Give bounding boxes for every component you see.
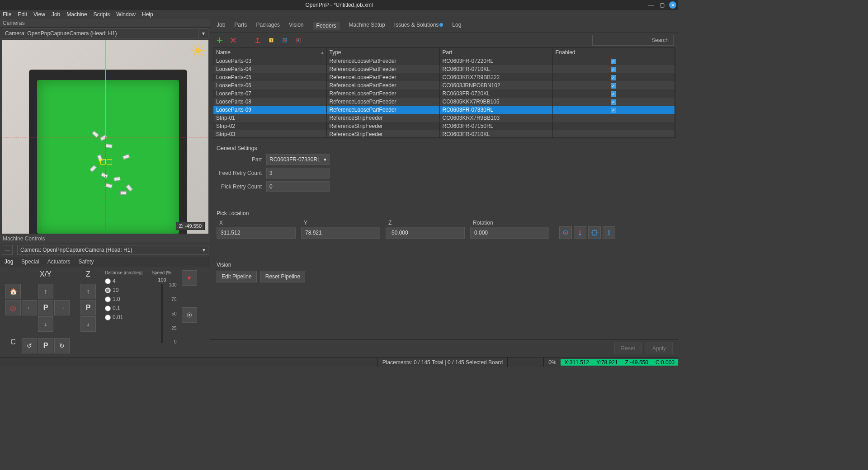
table-row[interactable]: LooseParts-09ReferenceLoosePartFeederRC0…: [213, 106, 675, 114]
svg-line-8: [201, 46, 203, 47]
dist-10[interactable]: 10: [105, 287, 142, 293]
window-title: OpenPnP - *Untitled.job.xml: [305, 2, 373, 8]
jog-x-plus[interactable]: →: [54, 300, 70, 315]
titlebar: OpenPnP - *Untitled.job.xml — ▢ ✕: [0, 0, 678, 10]
move-tool-icon[interactable]: [293, 35, 303, 45]
feeder-table[interactable]: Name▴ Type Part Enabled LooseParts-03Ref…: [213, 47, 675, 138]
jog-c-cw[interactable]: ↻: [54, 338, 70, 353]
table-row[interactable]: Strip-02ReferenceStripFeederRC0603FR-071…: [213, 122, 675, 130]
maximize-icon[interactable]: ▢: [658, 1, 665, 9]
menu-view[interactable]: View: [33, 11, 45, 18]
chevron-down-icon[interactable]: ▾: [198, 29, 208, 38]
jog-z-plus[interactable]: ↑: [80, 284, 96, 299]
tab-parts[interactable]: Parts: [234, 22, 247, 30]
jog-x-minus[interactable]: ←: [22, 300, 37, 315]
col-name[interactable]: Name▴: [213, 48, 326, 57]
tab-feeders[interactable]: Feeders: [313, 22, 340, 30]
table-row[interactable]: LooseParts-08ReferenceLoosePartFeederCC0…: [213, 98, 675, 106]
discard-button[interactable]: ▼: [182, 270, 197, 286]
move-camera-to-icon[interactable]: [588, 226, 601, 239]
table-row[interactable]: LooseParts-05ReferenceLoosePartFeederCC0…: [213, 73, 675, 81]
tab-machine-setup[interactable]: Machine Setup: [349, 22, 385, 30]
mc-tab-jog[interactable]: Jog: [5, 258, 13, 265]
mc-tab-special[interactable]: Special: [21, 258, 39, 265]
vision-title: Vision: [217, 262, 672, 268]
dist-01[interactable]: 0.1: [105, 305, 142, 311]
search-input[interactable]: Search: [592, 35, 674, 46]
menu-scripts[interactable]: Scripts: [94, 11, 110, 18]
pick-y-input[interactable]: [301, 227, 380, 239]
home-button[interactable]: 🏠: [5, 284, 21, 299]
minimize-icon[interactable]: —: [647, 1, 655, 9]
status-pct: 0%: [543, 357, 561, 367]
part-select[interactable]: RC0603FR-07330RL▾: [266, 154, 330, 165]
dist-001[interactable]: 0.01: [105, 314, 142, 320]
menu-machine[interactable]: Machine: [66, 11, 87, 18]
mc-tab-actuators[interactable]: Actuators: [47, 258, 71, 265]
pick-icon[interactable]: [266, 35, 276, 45]
dist-1[interactable]: 1.0: [105, 296, 142, 302]
target-button[interactable]: [182, 307, 197, 323]
pick-z-input[interactable]: [386, 227, 465, 239]
table-row[interactable]: LooseParts-03ReferenceLoosePartFeederRC0…: [213, 57, 675, 65]
camera-view[interactable]: Z: -49.550: [2, 40, 208, 234]
tab-vision[interactable]: Vision: [289, 22, 303, 30]
table-row[interactable]: Strip-03ReferenceStripFeederRC0603FR-071…: [213, 130, 675, 138]
mc-tab-safety[interactable]: Safety: [78, 258, 94, 265]
mc-power-off[interactable]: —: [2, 245, 13, 255]
stop-button[interactable]: ◎: [5, 300, 21, 315]
table-row[interactable]: LooseParts-04ReferenceLoosePartFeederRC0…: [213, 65, 675, 73]
delete-feeder-icon[interactable]: [228, 35, 238, 45]
main-tabs: Job Parts Packages Vision Feeders Machin…: [210, 19, 678, 33]
apply-button[interactable]: Apply: [646, 343, 673, 354]
table-row[interactable]: LooseParts-06ReferenceLoosePartFeederCC0…: [213, 81, 675, 89]
reset-pipeline-button[interactable]: Reset Pipeline: [260, 271, 305, 282]
reset-button[interactable]: Reset: [614, 343, 642, 354]
col-enabled[interactable]: Enabled: [552, 48, 675, 57]
capture-camera-icon[interactable]: [559, 226, 572, 239]
tab-job[interactable]: Job: [217, 22, 225, 30]
jog-z-minus[interactable]: ↓: [80, 316, 96, 332]
chevron-down-icon[interactable]: ▾: [324, 156, 326, 163]
dist-4[interactable]: 4: [105, 278, 142, 284]
jog-c-park[interactable]: P: [38, 338, 53, 353]
jog-c-ccw[interactable]: ↺: [22, 338, 37, 353]
close-icon[interactable]: ✕: [669, 1, 676, 9]
menu-window[interactable]: Window: [116, 11, 136, 18]
tab-log[interactable]: Log: [452, 22, 461, 30]
table-row[interactable]: Strip-01ReferenceStripFeederCC0603KRX7R9…: [213, 114, 675, 122]
menu-edit[interactable]: Edit: [18, 11, 27, 18]
camera-select[interactable]: Camera: OpenPnpCaptureCamera (Head: H1) …: [2, 28, 208, 38]
status-placements: Placements: 0 / 145 Total | 0 / 145 Sele…: [377, 357, 507, 367]
speed-slider[interactable]: 100 75 50 25 0: [161, 284, 163, 343]
col-part[interactable]: Part: [439, 48, 552, 57]
feed-retry-input[interactable]: [266, 168, 330, 179]
svg-rect-19: [592, 230, 597, 235]
jog-y-plus[interactable]: ↑: [38, 284, 53, 299]
jog-z-park[interactable]: P: [80, 300, 96, 315]
tab-issues[interactable]: Issues & Solutions: [394, 22, 443, 30]
move-tool-to-icon[interactable]: [603, 226, 615, 239]
pick-rotation-input[interactable]: [470, 227, 549, 239]
move-camera-icon[interactable]: [280, 35, 290, 45]
menu-job[interactable]: Job: [52, 11, 60, 18]
jog-y-minus[interactable]: ↓: [38, 316, 53, 332]
jog-xy-park[interactable]: P: [38, 300, 53, 315]
pick-x-input[interactable]: [217, 227, 296, 239]
pick-retry-input[interactable]: [266, 181, 330, 192]
col-type[interactable]: Type: [326, 48, 439, 57]
menu-file[interactable]: File: [3, 11, 11, 18]
machine-controls-title: Machine Controls: [0, 235, 210, 243]
tab-packages[interactable]: Packages: [256, 22, 280, 30]
status-progress: [507, 357, 543, 367]
svg-line-6: [201, 53, 203, 55]
add-feeder-icon[interactable]: [215, 35, 225, 45]
table-row[interactable]: LooseParts-07ReferenceLoosePartFeederRC0…: [213, 89, 675, 98]
menu-help[interactable]: Help: [142, 11, 153, 18]
edit-pipeline-button[interactable]: Edit Pipeline: [217, 271, 257, 282]
capture-tool-icon[interactable]: [574, 226, 586, 239]
part-label: Part: [217, 156, 262, 163]
chevron-down-icon[interactable]: ▾: [203, 247, 205, 253]
mc-camera-select[interactable]: Camera: OpenPnpCaptureCamera (Head: H1) …: [17, 245, 208, 255]
feed-icon[interactable]: [253, 35, 263, 45]
